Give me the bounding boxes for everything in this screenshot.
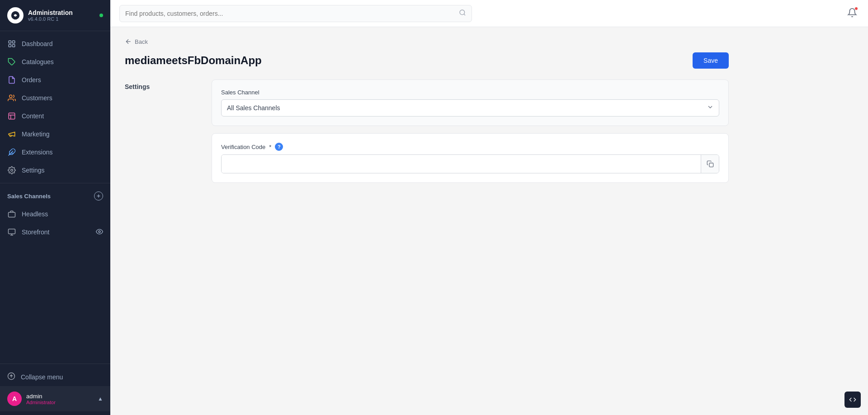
svg-rect-2	[13, 41, 15, 43]
tag-icon	[7, 57, 16, 66]
sales-channels-section: Sales Channels	[0, 187, 110, 205]
sidebar-item-label: Storefront	[22, 228, 49, 236]
megaphone-icon	[7, 130, 16, 139]
sidebar-item-headless[interactable]: Headless	[0, 205, 110, 223]
sidebar-item-label: Dashboard	[22, 40, 53, 47]
sidebar-item-label: Catalogues	[22, 58, 54, 65]
sidebar-item-storefront[interactable]: Storefront	[0, 223, 110, 241]
layout-icon	[7, 112, 16, 121]
bottom-right-widget[interactable]	[844, 392, 861, 408]
page-wrapper: Back mediameetsFbDomainApp Save Settings…	[110, 27, 743, 194]
back-link[interactable]: Back	[125, 38, 729, 45]
svg-rect-23	[709, 163, 713, 167]
svg-rect-4	[13, 45, 15, 47]
help-icon[interactable]: ?	[275, 143, 283, 151]
verification-label-row: Verification Code * ?	[221, 143, 719, 151]
sidebar-item-orders[interactable]: Orders	[0, 71, 110, 89]
verification-code-panel: Verification Code * ?	[212, 133, 729, 183]
svg-point-20	[460, 10, 465, 15]
app-logo	[7, 7, 24, 23]
save-button[interactable]: Save	[693, 52, 729, 69]
sidebar-item-marketing[interactable]: Marketing	[0, 125, 110, 143]
sidebar-item-customers[interactable]: Customers	[0, 89, 110, 107]
user-name: admin	[26, 393, 93, 400]
sidebar: Administration v6.4.0.0 RC 1 Dashboard	[0, 0, 110, 415]
svg-line-21	[464, 14, 465, 15]
gear-icon	[7, 166, 16, 175]
svg-rect-14	[9, 229, 15, 234]
main-nav: Dashboard Catalogues Orders	[0, 31, 110, 364]
brand-version: v6.4.0.0 RC 1	[28, 16, 73, 22]
back-label: Back	[135, 38, 148, 45]
sidebar-item-label: Orders	[22, 76, 41, 84]
svg-rect-13	[9, 212, 15, 217]
sidebar-item-label: Marketing	[22, 131, 49, 138]
sidebar-item-catalogues[interactable]: Catalogues	[0, 53, 110, 71]
sidebar-header: Administration v6.4.0.0 RC 1	[0, 0, 110, 31]
notification-button[interactable]	[845, 6, 859, 21]
storefront-icon	[7, 228, 16, 237]
sales-channel-select[interactable]: All Sales Channels	[221, 99, 719, 117]
collapse-menu-label: Collapse menu	[21, 373, 63, 381]
headless-icon	[7, 210, 16, 219]
sales-channel-field-label: Sales Channel	[221, 89, 719, 96]
svg-rect-1	[9, 41, 11, 43]
sales-channels-label: Sales Channels	[7, 193, 51, 200]
svg-rect-3	[9, 45, 11, 47]
topbar	[110, 0, 868, 27]
page-title: mediameetsFbDomainApp	[125, 54, 262, 67]
sidebar-item-label: Extensions	[22, 149, 52, 156]
sidebar-item-label: Headless	[22, 210, 48, 218]
content-area: Back mediameetsFbDomainApp Save Settings…	[110, 27, 868, 415]
settings-panels: Sales Channel All Sales Channels	[212, 79, 729, 183]
copy-button[interactable]	[701, 155, 719, 173]
sidebar-item-label: Settings	[22, 167, 45, 174]
brand-info: Administration v6.4.0.0 RC 1	[28, 9, 73, 22]
user-info: admin Administrator	[26, 393, 93, 405]
collapse-menu-button[interactable]: Collapse menu	[0, 368, 110, 386]
puzzle-icon	[7, 148, 16, 157]
users-icon	[7, 93, 16, 103]
search-bar[interactable]	[119, 5, 472, 22]
sidebar-footer: Collapse menu A admin Administrator ▲	[0, 364, 110, 415]
page-header: mediameetsFbDomainApp Save	[125, 52, 729, 69]
search-icon[interactable]	[459, 9, 466, 18]
verification-code-input[interactable]	[222, 155, 701, 173]
file-icon	[7, 75, 16, 84]
storefront-visibility-icon[interactable]	[96, 228, 103, 237]
sidebar-item-settings[interactable]: Settings	[0, 161, 110, 179]
sidebar-item-extensions[interactable]: Extensions	[0, 143, 110, 161]
settings-section-label: Settings	[125, 79, 197, 183]
add-sales-channel-button[interactable]	[94, 191, 103, 201]
user-menu[interactable]: A admin Administrator ▲	[0, 386, 110, 411]
sales-channel-panel: Sales Channel All Sales Channels	[212, 79, 729, 126]
svg-point-6	[9, 95, 12, 98]
sidebar-item-label: Content	[22, 112, 44, 120]
required-asterisk: *	[269, 144, 271, 150]
verification-code-field-label: Verification Code	[221, 144, 265, 150]
sales-channel-select-wrapper: All Sales Channels	[221, 99, 719, 117]
verification-input-row	[221, 154, 719, 173]
notification-badge	[854, 7, 858, 10]
user-role: Administrator	[26, 400, 93, 405]
sidebar-item-content[interactable]: Content	[0, 107, 110, 125]
main-content-area: Back mediameetsFbDomainApp Save Settings…	[110, 0, 868, 415]
sidebar-item-label: Customers	[22, 94, 52, 102]
grid-icon	[7, 39, 16, 48]
sidebar-item-dashboard[interactable]: Dashboard	[0, 35, 110, 53]
svg-rect-7	[9, 113, 15, 119]
avatar: A	[7, 392, 22, 406]
collapse-icon	[7, 372, 15, 382]
topbar-right	[845, 6, 859, 21]
brand-name: Administration	[28, 9, 73, 16]
online-status-dot	[99, 14, 103, 17]
search-input[interactable]	[125, 10, 455, 17]
svg-point-17	[99, 231, 100, 233]
svg-point-10	[11, 169, 13, 172]
settings-layout: Settings Sales Channel All Sales Channel…	[125, 79, 729, 183]
user-chevron-icon: ▲	[98, 396, 103, 402]
